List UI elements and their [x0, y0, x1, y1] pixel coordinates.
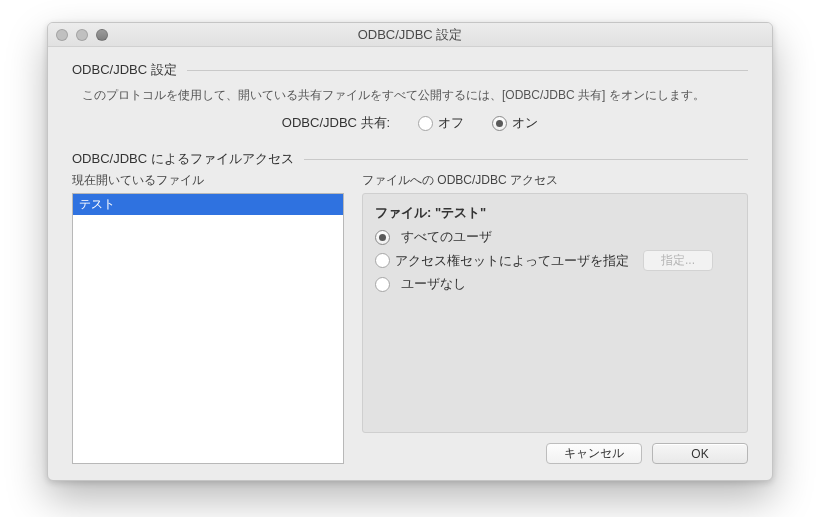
access-panel: ファイル: "テスト" すべてのユーザ アクセス権セットによってユーザを指定 指…: [362, 193, 748, 433]
divider: [187, 70, 748, 71]
open-files-list[interactable]: テスト: [72, 193, 344, 464]
specify-button: 指定...: [643, 250, 713, 271]
open-files-column: 現在開いているファイル テスト: [72, 172, 344, 464]
access-priv-label: アクセス権セットによってユーザを指定: [395, 252, 629, 270]
radio-icon: [375, 277, 390, 292]
section-file-access-header: ODBC/JDBC によるファイルアクセス: [72, 150, 748, 168]
titlebar: ODBC/JDBC 設定: [48, 23, 772, 47]
access-none-option[interactable]: ユーザなし: [375, 275, 735, 293]
share-on-option[interactable]: オン: [492, 114, 538, 132]
access-all-users-option[interactable]: すべてのユーザ: [375, 228, 735, 246]
share-toggle-row: ODBC/JDBC 共有: オフ オン: [72, 114, 748, 132]
access-column: ファイルへの ODBC/JDBC アクセス ファイル: "テスト" すべてのユー…: [362, 172, 748, 464]
open-files-label: 現在開いているファイル: [72, 172, 344, 189]
share-off-option[interactable]: オフ: [418, 114, 464, 132]
dialog-window: ODBC/JDBC 設定 ODBC/JDBC 設定 このプロトコルを使用して、開…: [47, 22, 773, 481]
share-on-label: オン: [512, 114, 538, 132]
access-none-label: ユーザなし: [401, 275, 466, 293]
content-area: ODBC/JDBC 設定 このプロトコルを使用して、開いている共有ファイルをすべ…: [48, 47, 772, 480]
access-priv-option[interactable]: アクセス権セットによってユーザを指定: [375, 252, 629, 270]
access-all-users-label: すべてのユーザ: [401, 228, 492, 246]
list-item[interactable]: テスト: [73, 194, 343, 215]
share-off-label: オフ: [438, 114, 464, 132]
dialog-footer: キャンセル OK: [362, 443, 748, 464]
minimize-icon[interactable]: [76, 29, 88, 41]
section-file-access-label: ODBC/JDBC によるファイルアクセス: [72, 150, 294, 168]
share-label: ODBC/JDBC 共有:: [282, 114, 390, 132]
zoom-icon[interactable]: [96, 29, 108, 41]
close-icon[interactable]: [56, 29, 68, 41]
radio-icon: [492, 116, 507, 131]
cancel-button[interactable]: キャンセル: [546, 443, 642, 464]
access-file-line: ファイル: "テスト": [375, 204, 735, 222]
radio-icon: [418, 116, 433, 131]
ok-button[interactable]: OK: [652, 443, 748, 464]
traffic-lights: [56, 29, 108, 41]
divider: [304, 159, 748, 160]
access-panel-label: ファイルへの ODBC/JDBC アクセス: [362, 172, 748, 189]
radio-icon: [375, 230, 390, 245]
window-title: ODBC/JDBC 設定: [56, 26, 764, 44]
section-odbc-settings-desc: このプロトコルを使用して、開いている共有ファイルをすべて公開するには、[ODBC…: [82, 87, 748, 104]
section-odbc-settings-label: ODBC/JDBC 設定: [72, 61, 177, 79]
columns: 現在開いているファイル テスト ファイルへの ODBC/JDBC アクセス ファ…: [72, 172, 748, 464]
file-name: "テスト": [435, 205, 486, 220]
radio-icon: [375, 253, 390, 268]
access-priv-option-row: アクセス権セットによってユーザを指定 指定...: [375, 250, 735, 271]
section-odbc-settings-header: ODBC/JDBC 設定: [72, 61, 748, 79]
file-prefix: ファイル:: [375, 205, 435, 220]
